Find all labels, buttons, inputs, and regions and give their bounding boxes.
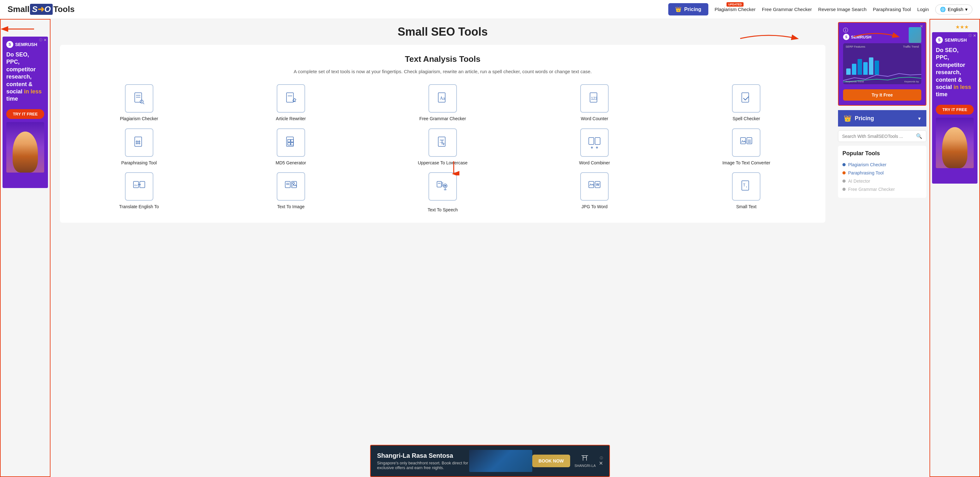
tool-name-speech: Text To Speech [428,207,458,213]
right-arrow-indicator [737,29,800,48]
doc-edit-icon [284,92,298,105]
doc-search-icon [132,92,146,105]
left-arrow-indicator [0,23,37,35]
ad-try-free-button[interactable]: TRY IT FREE [6,109,44,119]
site-logo[interactable]: Small S➜O Tools [8,4,75,15]
far-right-arrow-indicator [851,27,901,46]
pricing-label: Pricing [684,6,701,12]
tool-icon-plagiarism [125,84,153,113]
svg-rect-22 [291,143,293,145]
sidebar-try-free-button[interactable]: Try It Free [843,89,921,101]
doc-123-icon: 123 [587,92,601,105]
search-icon: 🔍 [916,133,922,139]
pricing-button[interactable]: 👑 Pricing [668,3,708,16]
dot-orange-icon [842,171,846,175]
tool-icon-article [277,84,305,113]
svg-rect-26 [589,138,594,145]
tool-text-to-image[interactable]: Text To Image [218,172,363,213]
chart-label-traffic: Traffic Trend [903,45,919,48]
stars-badge: ★★★ [955,24,969,30]
tool-text-to-speech[interactable]: Text To Speech [370,172,515,213]
tool-uppercase-lowercase[interactable]: Uppercase To Lowercase [370,129,515,166]
tool-spell-checker[interactable]: Spell Checker [674,84,819,122]
doc-aa-icon: Aa [436,92,450,105]
banner-close-button[interactable]: ✕ [599,460,603,466]
banner-photo [469,450,532,472]
dot-blue-icon [842,163,846,166]
svg-rect-5 [286,93,293,102]
tool-name-translate: Translate English To [119,204,159,210]
banner-title: Shangri-La Rasa Sentosa [377,452,469,460]
doc-tt2-icon: T t [739,180,753,193]
svg-rect-30 [741,138,746,144]
semrush-brand: SEMRUSH [15,42,37,47]
header-nav: 👑 Pricing UPDATED Plagiarism Checker Fre… [668,3,972,16]
logo-tools: Tools [53,5,75,14]
nav-paraphrasing[interactable]: Paraphrasing Tool [873,6,911,12]
tool-md5-generator[interactable]: MD5 Generator [218,129,363,166]
tool-icon-combiner [580,129,609,157]
globe-icon: 🌐 [940,6,946,12]
sidebar-pricing-label: Pricing [855,115,874,122]
tool-article-rewriter[interactable]: Article Rewriter [218,84,363,122]
tool-plagiarism-checker[interactable]: Plagiarism Checker [66,84,212,122]
tool-name-md5: MD5 Generator [276,160,306,166]
tool-jpg-to-word[interactable]: W JPG To Word [522,172,667,213]
logo-small: Small [8,5,29,14]
sidebar-ad-info: ⓘ [843,27,848,33]
svg-text:En: En [134,184,138,187]
tool-translate[interactable]: En Translate English To [66,172,212,213]
dot-gray-icon2 [842,188,846,191]
doc-qr-icon [284,136,298,149]
tool-name-text-image: Text To Image [277,204,304,210]
nav-login[interactable]: Login [917,6,929,12]
left-semrush-ad[interactable]: ⓘ ✕ S SEMRUSH Do SEO, PPC, competitor re… [3,37,48,188]
banner-brand-label: SHANGRI-LA [574,464,596,467]
site-header: Small S➜O Tools 👑 Pricing UPDATED Plagia… [0,0,980,19]
right-ad-try-free-button[interactable]: TRY IT FREE [936,105,974,114]
nav-reverse-image[interactable]: Reverse Image Search [818,6,866,12]
search-box[interactable]: 🔍 [838,130,926,142]
popular-tools-section: Popular Tools Plagiarism Checker Paraphr… [838,146,926,198]
ad-close-icon[interactable]: ✕ [43,38,47,42]
tool-icon-speech [428,172,457,200]
popular-paraphrasing[interactable]: Paraphrasing Tool [842,169,922,177]
search-input[interactable] [842,134,913,139]
lang-label: English [948,6,963,12]
tool-small-text[interactable]: T t Small Text [674,172,819,213]
chart-bottom-label1: Keywords Trend [846,80,864,83]
tool-image-to-text[interactable]: Image To Text Converter [674,129,819,166]
tool-grammar-checker[interactable]: Aa Free Grammar Checker [370,84,515,122]
svg-text:W: W [596,183,600,186]
nav-grammar-checker[interactable]: Free Grammar Checker [762,6,812,12]
tool-name-image-text: Image To Text Converter [722,160,770,166]
tool-icon-small-text: T t [732,172,760,200]
right-ad-close-icon[interactable]: ✕ [973,33,976,38]
popular-tools-title: Popular Tools [842,150,922,157]
section-title: Text Analysis Tools [66,54,819,64]
tool-word-counter[interactable]: 123 Word Counter [522,84,667,122]
popular-ai-detector[interactable]: AI Detector [842,177,922,185]
svg-rect-23 [438,137,445,146]
svg-rect-21 [288,143,290,145]
right-semrush-ad[interactable]: ⓘ ✕ S SEMRUSH Do SEO, PPC, competitor re… [932,32,977,184]
nav-plagiarism-checker[interactable]: UPDATED Plagiarism Checker [715,6,756,12]
tool-icon-translate: En [125,172,153,200]
svg-rect-19 [288,140,290,142]
semrush-icon2: S [843,34,850,40]
tool-icon-grammar: Aa [428,84,457,113]
ad-headline: Do SEO, PPC, competitor research, conten… [6,51,44,103]
tool-icon-jpg-word: W [580,172,609,200]
tool-icon-case [428,129,457,157]
language-button[interactable]: 🌐 English ▾ [935,5,972,14]
tool-word-combiner[interactable]: Word Combiner [522,129,667,166]
popular-grammar-label: Free Grammar Checker [848,187,895,192]
sidebar-pricing-bar[interactable]: 👑 Pricing ▾ [838,110,926,127]
teal-accent [909,27,921,43]
tool-name-jpg-word: JPG To Word [582,204,608,210]
page-title: Small SEO Tools [60,25,826,38]
popular-plagiarism[interactable]: Plagiarism Checker [842,161,922,169]
popular-grammar[interactable]: Free Grammar Checker [842,185,922,193]
banner-book-button[interactable]: BOOK NOW [532,455,570,467]
tool-paraphrasing[interactable]: Paraphrasing Tool [66,129,212,166]
